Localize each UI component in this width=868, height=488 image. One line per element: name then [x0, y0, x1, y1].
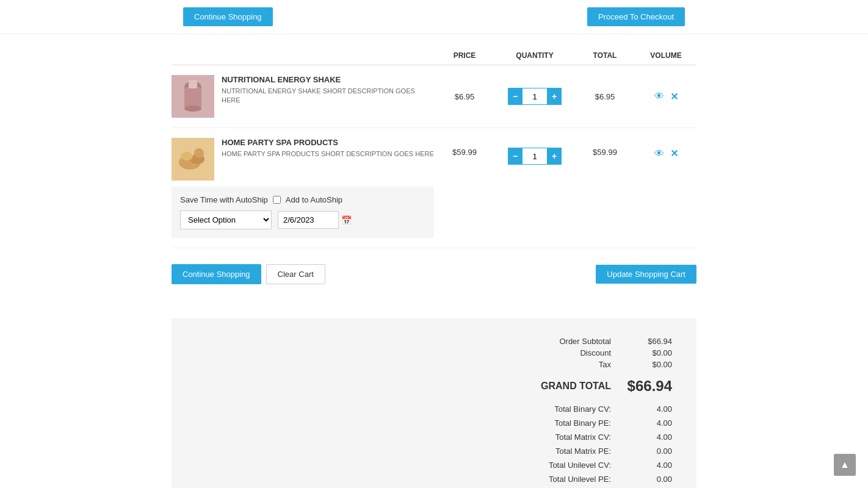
col-quantity-header: QUANTITY: [495, 51, 574, 60]
col-volume-header: VOLUME: [635, 51, 696, 60]
product-col-2: HOME PARTY SPA PRODUCTS HOME PARTY SPA P…: [172, 138, 434, 238]
cv-unilevel-pe-row: Total Unilevel PE: 0.00: [549, 473, 672, 485]
view-icon-2[interactable]: 👁: [654, 148, 664, 159]
summary-table: Order Subtotal $66.94 Discount $0.00 Tax…: [196, 337, 672, 485]
cv-binary-pe-label: Total Binary PE:: [555, 418, 612, 428]
grand-total-value: $66.94: [623, 378, 672, 395]
col-product-header: [172, 51, 434, 60]
svg-rect-2: [184, 87, 201, 109]
qty-increase-2[interactable]: +: [547, 148, 562, 165]
update-cart-button[interactable]: Update Shopping Cart: [596, 265, 696, 284]
cv-binary-pe-row: Total Binary PE: 4.00: [555, 417, 673, 429]
product-details-1: NUTRITIONAL ENERGY SHAKE NUTRITIONAL ENE…: [222, 75, 434, 106]
autoship-label: Save Time with AutoShip: [180, 195, 268, 204]
cart-item-2: HOME PARTY SPA PRODUCTS HOME PARTY SPA P…: [172, 128, 696, 248]
product-name-1: NUTRITIONAL ENERGY SHAKE: [222, 75, 434, 84]
continue-shopping-button-top[interactable]: Continue Shopping: [183, 7, 273, 26]
cv-matrix-pe-row: Total Matrix PE: 0.00: [555, 445, 672, 457]
discount-row: Discount $0.00: [428, 348, 672, 357]
autoship-header: Save Time with AutoShip Add to AutoShip: [180, 195, 425, 204]
volume-col-1: 👁 ✕: [635, 91, 696, 102]
top-bar: Continue Shopping Proceed To Checkout: [0, 0, 868, 34]
summary-section: Order Subtotal $66.94 Discount $0.00 Tax…: [172, 318, 696, 488]
qty-col-2: − +: [495, 138, 574, 165]
scroll-to-top-button[interactable]: ▲: [834, 454, 856, 476]
cart-table-header: PRICE QUANTITY TOTAL VOLUME: [172, 46, 696, 65]
subtotal-label: Order Subtotal: [428, 337, 611, 346]
autoship-controls: Select Option 📅: [180, 210, 425, 229]
product-details-2: HOME PARTY SPA PRODUCTS HOME PARTY SPA P…: [222, 138, 434, 159]
product-image-1: [172, 75, 214, 118]
discount-label: Discount: [428, 348, 611, 357]
autoship-date-input[interactable]: [278, 211, 339, 229]
svg-rect-4: [189, 80, 197, 88]
cart-container: PRICE QUANTITY TOTAL VOLUME NUTRITIONAL …: [172, 34, 696, 306]
clear-cart-button[interactable]: Clear Cart: [266, 264, 325, 284]
remove-icon-2[interactable]: ✕: [670, 148, 678, 159]
product-image-2: [172, 138, 214, 181]
subtotal-value: $66.94: [623, 337, 672, 346]
cv-matrix-row: Total Matrix CV: 4.00: [555, 431, 672, 443]
calendar-icon[interactable]: 📅: [341, 215, 352, 225]
proceed-checkout-button-top[interactable]: Proceed To Checkout: [587, 7, 685, 26]
product-info-1: NUTRITIONAL ENERGY SHAKE NUTRITIONAL ENE…: [172, 75, 434, 118]
cv-matrix-pe-label: Total Matrix PE:: [555, 447, 611, 456]
svg-point-9: [194, 148, 204, 158]
item-price-2: $59.99: [434, 138, 495, 157]
tax-value: $0.00: [623, 360, 672, 369]
autoship-checkbox[interactable]: [273, 196, 281, 204]
bottom-bar: Continue Shopping Clear Cart Update Shop…: [172, 254, 696, 294]
bottom-bar-left: Continue Shopping Clear Cart: [172, 264, 325, 284]
cv-unilevel-pe-label: Total Unilevel PE:: [549, 475, 611, 484]
product-name-2: HOME PARTY SPA PRODUCTS: [222, 138, 434, 147]
item-price-1: $6.95: [434, 92, 495, 101]
continue-shopping-button-bottom[interactable]: Continue Shopping: [172, 264, 261, 284]
volume-col-2: 👁 ✕: [635, 138, 696, 159]
product-info-2: HOME PARTY SPA PRODUCTS HOME PARTY SPA P…: [172, 138, 434, 181]
cv-unilevel-value: 4.00: [623, 461, 672, 470]
qty-input-1[interactable]: [523, 88, 547, 105]
cv-matrix-pe-value: 0.00: [623, 447, 672, 456]
svg-point-3: [184, 106, 201, 112]
autoship-checkbox-label: Add to AutoShip: [286, 195, 342, 204]
qty-decrease-2[interactable]: −: [508, 148, 523, 165]
subtotal-row: Order Subtotal $66.94: [428, 337, 672, 346]
cv-unilevel-pe-value: 0.00: [623, 475, 672, 484]
cv-unilevel-row: Total Unilevel CV: 4.00: [549, 459, 672, 471]
remove-icon-1[interactable]: ✕: [670, 91, 678, 102]
autoship-date: 📅: [278, 211, 352, 229]
grand-total-row: GRAND TOTAL $66.94: [428, 378, 672, 395]
tax-row: Tax $0.00: [428, 360, 672, 369]
product-desc-1: NUTRITIONAL ENERGY SHAKE SHORT DESCRIPTI…: [222, 87, 434, 106]
autoship-select[interactable]: Select Option: [180, 210, 272, 229]
qty-increase-1[interactable]: +: [547, 88, 562, 105]
discount-value: $0.00: [623, 348, 672, 357]
cv-unilevel-label: Total Unilevel CV:: [549, 461, 611, 470]
cart-item-1: NUTRITIONAL ENERGY SHAKE NUTRITIONAL ENE…: [172, 65, 696, 128]
cv-binary-label: Total Binary CV:: [554, 404, 611, 414]
col-total-header: TOTAL: [574, 51, 635, 60]
qty-col-1: − +: [495, 88, 574, 105]
cv-binary-pe-value: 4.00: [623, 418, 672, 428]
autoship-section: Save Time with AutoShip Add to AutoShip …: [172, 187, 434, 238]
cv-matrix-label: Total Matrix CV:: [555, 432, 611, 442]
cv-matrix-value: 4.00: [623, 432, 672, 442]
grand-total-label: GRAND TOTAL: [428, 381, 611, 392]
cv-binary-row: Total Binary CV: 4.00: [554, 403, 672, 415]
qty-decrease-1[interactable]: −: [508, 88, 523, 105]
item-total-1: $6.95: [574, 92, 635, 101]
svg-point-8: [181, 152, 193, 160]
item-total-2: $59.99: [574, 138, 635, 157]
product-desc-2: HOME PARTY SPA PRODUCTS SHORT DESCRIPTIO…: [222, 149, 434, 159]
view-icon-1[interactable]: 👁: [654, 91, 664, 102]
tax-label: Tax: [428, 360, 611, 369]
qty-input-2[interactable]: [523, 148, 547, 165]
cv-binary-value: 4.00: [623, 404, 672, 414]
col-price-header: PRICE: [434, 51, 495, 60]
